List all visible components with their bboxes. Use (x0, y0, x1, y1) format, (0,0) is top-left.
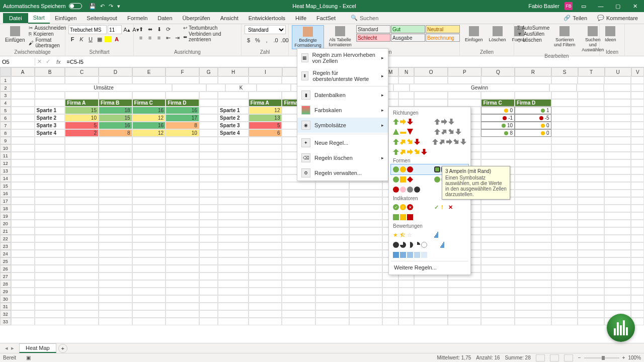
copy-button[interactable]: ⎘Kopieren (29, 31, 66, 37)
col-header[interactable]: F (166, 67, 199, 76)
iconset-3triangles[interactable] (393, 128, 413, 136)
cell[interactable] (315, 197, 349, 205)
cell[interactable]: 5 (249, 122, 282, 129)
cell[interactable] (218, 318, 249, 325)
cell[interactable] (551, 190, 578, 197)
cell[interactable] (11, 242, 35, 250)
cell[interactable] (11, 250, 35, 257)
cell[interactable] (199, 122, 218, 129)
cell[interactable] (65, 288, 99, 295)
align-center-icon[interactable]: ≡ (146, 34, 154, 42)
iconset-3arrows-color[interactable] (393, 118, 413, 126)
row-header[interactable]: 23 (0, 242, 11, 250)
cell[interactable] (515, 303, 551, 310)
cell[interactable] (631, 152, 644, 159)
cell[interactable] (604, 190, 631, 197)
row-header[interactable]: 12 (0, 159, 11, 167)
cell[interactable] (249, 212, 282, 220)
cell[interactable] (481, 76, 515, 84)
cell[interactable] (578, 273, 604, 280)
cell[interactable] (551, 310, 578, 318)
row-header[interactable]: 11 (0, 152, 11, 159)
cell[interactable] (349, 235, 383, 242)
cell[interactable] (11, 295, 35, 303)
cell[interactable] (578, 107, 604, 114)
cell[interactable] (218, 265, 249, 273)
cell[interactable] (218, 257, 249, 265)
cell[interactable] (11, 107, 35, 114)
cell[interactable] (218, 190, 249, 197)
col-header[interactable]: P (448, 67, 481, 76)
cell[interactable] (199, 303, 218, 310)
cell[interactable] (249, 197, 282, 205)
cell[interactable]: -1 (481, 114, 515, 122)
align-right-icon[interactable]: ≡ (155, 34, 163, 42)
cell[interactable] (578, 295, 604, 303)
cell[interactable] (249, 182, 282, 190)
cell[interactable] (481, 257, 515, 265)
cell[interactable] (132, 167, 166, 174)
cell[interactable] (65, 182, 99, 190)
cell[interactable] (448, 318, 481, 325)
cell[interactable] (99, 190, 132, 197)
cell[interactable] (11, 144, 35, 152)
cell[interactable] (315, 182, 349, 190)
cell[interactable] (249, 288, 282, 295)
cell[interactable] (99, 197, 132, 205)
increase-font-icon[interactable]: A▴ (123, 26, 131, 34)
cell[interactable] (35, 257, 65, 265)
cell[interactable] (349, 303, 383, 310)
cell[interactable] (99, 280, 132, 288)
cell[interactable] (166, 212, 199, 220)
cell[interactable]: Sparte 2 (35, 114, 65, 122)
cell[interactable] (218, 242, 249, 250)
align-bottom-icon[interactable]: ⬇ (155, 25, 163, 33)
row-header[interactable]: 20 (0, 220, 11, 227)
ribbon-options-icon[interactable]: ▭ (578, 3, 590, 10)
cell[interactable] (349, 242, 383, 250)
cell[interactable] (282, 250, 315, 257)
col-header[interactable]: D (99, 67, 132, 76)
cell[interactable] (249, 205, 282, 212)
cell[interactable]: 0 (515, 122, 551, 129)
cell[interactable] (282, 242, 315, 250)
cell[interactable] (604, 122, 631, 129)
cell[interactable] (481, 288, 515, 295)
cell[interactable] (551, 114, 578, 122)
cell[interactable] (199, 295, 218, 303)
share-button[interactable]: 🔗Teilen (560, 14, 590, 22)
font-color-button[interactable]: A (113, 35, 121, 43)
cell[interactable] (631, 167, 644, 174)
cell[interactable] (166, 205, 199, 212)
iconset-5arrows-gray[interactable] (432, 138, 466, 146)
cell[interactable] (578, 242, 604, 250)
cell[interactable]: 12 (132, 129, 166, 137)
cell[interactable] (282, 205, 315, 212)
cell[interactable] (99, 92, 132, 99)
cell[interactable] (282, 190, 315, 197)
cell[interactable] (65, 265, 99, 273)
cell[interactable] (132, 159, 166, 167)
cell[interactable] (218, 182, 249, 190)
tab-seitenlayout[interactable]: Seitenlayout (82, 13, 122, 23)
cell[interactable] (35, 295, 65, 303)
cell[interactable] (578, 318, 604, 325)
cell[interactable] (199, 273, 218, 280)
cell[interactable] (398, 92, 414, 99)
cell[interactable]: 1 (515, 107, 551, 114)
cell[interactable] (349, 318, 383, 325)
row-header[interactable]: 9 (0, 137, 11, 144)
cell[interactable] (132, 137, 166, 144)
cell[interactable]: Sparte 3 (35, 122, 65, 129)
row-header[interactable]: 2 (0, 84, 11, 92)
cell[interactable] (382, 288, 398, 295)
cell[interactable] (349, 265, 383, 273)
cell[interactable] (99, 310, 132, 318)
cell[interactable] (166, 159, 199, 167)
cell[interactable] (551, 107, 578, 114)
cell[interactable] (481, 137, 515, 144)
cell[interactable] (315, 303, 349, 310)
cell[interactable] (551, 303, 578, 310)
cell[interactable] (249, 257, 282, 265)
cell[interactable] (199, 137, 218, 144)
